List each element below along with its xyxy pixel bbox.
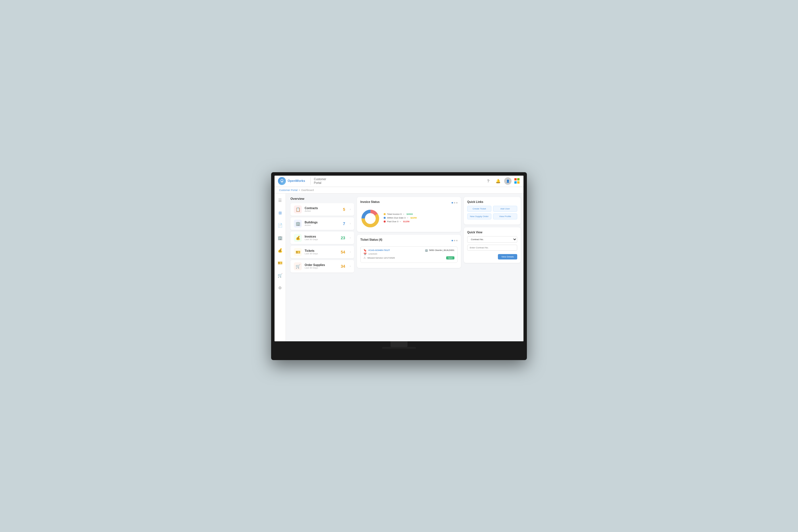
quick-links-row-2: New Supply Order View Profile: [467, 213, 517, 220]
ticket-pagination: [452, 240, 458, 241]
invoices-sub: Last 30 Days: [305, 238, 338, 241]
ticket-issue: Missed Service 12/17/2020: [367, 256, 395, 259]
invoices-arrow: ›: [350, 236, 351, 239]
legend-value-past: $1250: [403, 220, 410, 223]
svg-point-0: [281, 179, 283, 182]
tickets-count: 54: [341, 250, 345, 254]
quick-view-title: Quick View: [467, 231, 517, 234]
order-supplies-count: 34: [341, 264, 345, 269]
legend-value-total: $3900: [406, 213, 413, 215]
ticket-dot-1: [452, 240, 453, 241]
user-avatar-button[interactable]: 👤: [504, 177, 512, 185]
contract-select[interactable]: Contract No.: [467, 236, 517, 243]
new-supply-order-button[interactable]: New Supply Order: [467, 213, 491, 220]
portal-sub-text: Portal: [314, 181, 326, 185]
tickets-sub: Last 30 Days: [305, 252, 338, 255]
ticket-location-row: 🏢 5850 Oberlin | BUILD001: [425, 249, 454, 252]
notifications-button[interactable]: 🔔: [494, 178, 501, 185]
contracts-sub: Active: [305, 210, 340, 212]
tickets-icon: 🎫: [294, 248, 302, 256]
quick-view-card: Quick View Contract No. View Details: [464, 227, 520, 263]
invoices-icon: 💰: [294, 234, 302, 242]
sidebar-tickets-icon[interactable]: 🎫: [276, 259, 284, 267]
ticket-date: 1/3/2020: [368, 253, 377, 255]
monitor-stand: [391, 341, 407, 347]
legend-total: Total Invoice 6 → $3900: [384, 213, 458, 215]
sidebar-docs-icon[interactable]: 📄: [276, 221, 284, 229]
view-details-button[interactable]: View Details: [498, 254, 517, 260]
ticket-id: #CAS-023489-7912T: [368, 249, 390, 251]
quick-links-title: Quick Links: [467, 201, 517, 204]
tickets-info: Tickets Last 30 Days: [305, 249, 338, 255]
sidebar-orders-icon[interactable]: 🛒: [276, 271, 284, 279]
view-profile-button[interactable]: View Profile: [493, 213, 517, 220]
ticket-status-card: Ticket Status (4) 🔖 #CAS-: [357, 235, 461, 268]
ticket-dot-2: [454, 240, 455, 241]
legend-label-within: Within Due Date 3 →: [387, 216, 408, 219]
legend-dot-within: [384, 217, 386, 219]
order-supplies-card[interactable]: 🛒 Order Supplies Last 30 Days 34 ›: [290, 260, 354, 272]
invoice-dot-2: [454, 202, 455, 204]
building-icon: 🏢: [425, 249, 428, 252]
breadcrumb-current: Dashboard: [301, 189, 314, 192]
breadcrumb-portal[interactable]: Customer Portal: [279, 189, 298, 192]
sidebar-menu-icon[interactable]: ☰: [276, 196, 284, 204]
contract-number-input[interactable]: [467, 245, 517, 251]
order-supplies-info: Order Supplies Last 30 Days: [305, 263, 338, 269]
sidebar-settings-icon[interactable]: ⚙: [276, 284, 284, 292]
tickets-arrow: ›: [350, 250, 351, 253]
order-supplies-name: Order Supplies: [305, 263, 338, 267]
ticket-location: 5850 Oberlin | BUILD001: [429, 249, 454, 251]
donut-legend: Total Invoice 6 → $3900 Within Due Date …: [384, 213, 458, 224]
legend-label-total: Total Invoice 6 →: [387, 213, 404, 215]
order-supplies-icon: 🛒: [294, 262, 302, 270]
sidebar-buildings-icon[interactable]: 🏢: [276, 234, 284, 242]
invoice-status-card: Invoice Status: [357, 197, 461, 232]
create-ticket-button[interactable]: Create Ticket: [467, 206, 491, 212]
legend-label-past: Past Due 3 →: [387, 220, 401, 223]
sidebar-dashboard-icon[interactable]: ⊞: [276, 209, 284, 217]
monitor-base: [382, 347, 416, 349]
logo-brand: OpenWorks: [288, 179, 305, 183]
content-split: Overview 📋 Contracts Active 5 ›: [286, 193, 524, 276]
invoice-dot-3: [456, 202, 458, 204]
overview-title: Overview: [290, 197, 354, 201]
tickets-name: Tickets: [305, 249, 338, 252]
contracts-name: Contracts: [305, 207, 340, 210]
monitor: OpenWorks Customer Portal ? 🔔 👤: [271, 172, 527, 360]
invoice-status-title: Invoice Status: [360, 201, 380, 204]
ticket-dot-3: [456, 240, 458, 241]
ticket-status-title: Ticket Status (4): [360, 238, 382, 241]
tickets-card[interactable]: 🎫 Tickets Last 30 Days 54 ›: [290, 246, 354, 258]
ticket-hash-icon: 🔖: [363, 249, 367, 252]
invoices-card[interactable]: 💰 Invoices Last 30 Days 23 ›: [290, 232, 354, 244]
sidebar-invoices-icon[interactable]: 💰: [276, 246, 284, 254]
contracts-info: Contracts Active: [305, 207, 340, 212]
ticket-row-id: 🔖 #CAS-023489-7912T 🏢 5850 Oberlin | BUI…: [363, 249, 454, 252]
quick-links-row-1: Create Ticket Add User: [467, 206, 517, 212]
invoices-name: Invoices: [305, 235, 338, 238]
ticket-item-1: 🔖 #CAS-023489-7912T 🏢 5850 Oberlin | BUI…: [360, 246, 458, 263]
sidebar: ☰ ⊞ 📄 🏢 💰 🎫 🛒 ⚙: [274, 193, 286, 341]
buildings-icon: 🏢: [294, 220, 302, 228]
left-panel: Overview 📋 Contracts Active 5 ›: [286, 193, 354, 272]
contracts-count: 5: [343, 207, 345, 212]
buildings-card[interactable]: 🏢 Buildings Active 7 ›: [290, 217, 354, 230]
contracts-card[interactable]: 📋 Contracts Active 5 ›: [290, 203, 354, 216]
invoices-info: Invoices Last 30 Days: [305, 235, 338, 241]
logo-icon: [278, 177, 286, 185]
ticket-status-badge: Open: [446, 256, 454, 260]
top-bar: OpenWorks Customer Portal ? 🔔 👤: [274, 176, 524, 187]
help-button[interactable]: ?: [485, 178, 492, 185]
breadcrumb: Customer Portal > Dashboard: [274, 187, 524, 193]
legend-dot-total: [384, 213, 386, 215]
portal-title: Customer Portal: [310, 177, 326, 185]
invoice-dot-1: [452, 202, 453, 204]
microsoft-logo: [514, 178, 520, 184]
add-user-button[interactable]: Add User: [493, 206, 517, 212]
top-bar-actions: ? 🔔 👤: [485, 177, 520, 185]
breadcrumb-sep: >: [299, 189, 300, 192]
calendar-icon: 📅: [363, 253, 367, 255]
invoice-pagination: [452, 202, 458, 204]
ticket-row-date: 📅 1/3/2020: [363, 253, 454, 255]
